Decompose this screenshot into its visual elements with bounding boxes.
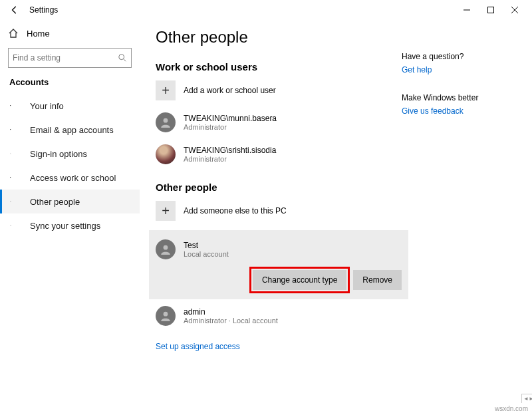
sidebar-item-label: Email & app accounts bbox=[30, 125, 114, 135]
user-role: Local account bbox=[184, 250, 229, 258]
avatar-icon bbox=[156, 239, 176, 259]
sidebar: Home Accounts Your info Email & app acco… bbox=[0, 20, 140, 415]
sidebar-item-label: Sign-in options bbox=[30, 149, 87, 159]
avatar-photo bbox=[156, 144, 176, 164]
svg-rect-14 bbox=[10, 178, 11, 178]
sidebar-item-other-people[interactable]: Other people bbox=[0, 190, 140, 213]
avatar-icon bbox=[156, 306, 176, 326]
sidebar-item-email[interactable]: Email & app accounts bbox=[0, 118, 140, 142]
add-someone-label: Add someone else to this PC bbox=[184, 206, 287, 215]
home-nav[interactable]: Home bbox=[0, 24, 140, 43]
user-name: admin bbox=[184, 307, 278, 317]
category-heading: Accounts bbox=[0, 77, 140, 94]
horizontal-scrollbar[interactable]: ◄► bbox=[521, 394, 532, 403]
feedback-heading: Make Windows better bbox=[402, 93, 515, 102]
svg-point-17 bbox=[164, 118, 168, 123]
section-heading-other: Other people bbox=[156, 182, 402, 193]
selected-user-card[interactable]: Test Local account Change account type R… bbox=[149, 230, 408, 299]
key-icon bbox=[10, 148, 21, 159]
maximize-button[interactable] bbox=[479, 1, 503, 19]
plus-icon: + bbox=[156, 201, 176, 221]
sidebar-item-signin[interactable]: Sign-in options bbox=[0, 142, 140, 166]
content: Other people Work or school users + Add … bbox=[156, 28, 402, 415]
user-role: Administrator · Local account bbox=[184, 317, 278, 325]
people-icon bbox=[10, 196, 21, 207]
plus-icon: + bbox=[156, 80, 176, 100]
sidebar-item-label: Other people bbox=[30, 197, 80, 207]
scroll-right-icon[interactable]: ► bbox=[529, 396, 532, 402]
svg-point-15 bbox=[10, 201, 11, 202]
add-someone-button[interactable]: + Add someone else to this PC bbox=[156, 201, 402, 221]
section-heading-work: Work or school users bbox=[156, 61, 402, 72]
sidebar-item-label: Sync your settings bbox=[30, 221, 100, 231]
sidebar-item-work-school[interactable]: Access work or school bbox=[0, 166, 140, 190]
svg-point-4 bbox=[119, 55, 124, 60]
svg-rect-6 bbox=[10, 105, 11, 106]
user-name: Test bbox=[184, 241, 229, 250]
mail-icon bbox=[10, 124, 21, 135]
change-account-type-button[interactable]: Change account type bbox=[253, 270, 346, 290]
svg-point-19 bbox=[164, 312, 168, 317]
user-row[interactable]: TWEAKING\srishti.sisodia Administrator bbox=[156, 142, 402, 167]
scroll-left-icon[interactable]: ◄ bbox=[523, 396, 529, 402]
get-help-link[interactable]: Get help bbox=[402, 65, 432, 74]
remove-button[interactable]: Remove bbox=[353, 270, 402, 290]
back-button[interactable] bbox=[5, 5, 24, 15]
briefcase-icon bbox=[10, 172, 21, 183]
avatar-icon bbox=[156, 112, 176, 132]
minimize-button[interactable] bbox=[455, 1, 479, 19]
home-label: Home bbox=[27, 29, 50, 39]
user-role: Administrator bbox=[184, 123, 277, 131]
svg-point-18 bbox=[164, 245, 168, 250]
add-work-user-label: Add a work or school user bbox=[184, 86, 276, 95]
page-title: Other people bbox=[156, 28, 402, 47]
user-row[interactable]: admin Administrator · Local account bbox=[156, 303, 402, 329]
user-name: TWEAKING\srishti.sisodia bbox=[184, 146, 276, 155]
assigned-access-link[interactable]: Set up assigned access bbox=[156, 342, 240, 351]
search-icon bbox=[118, 53, 127, 63]
search-box[interactable] bbox=[8, 48, 132, 68]
feedback-link[interactable]: Give us feedback bbox=[402, 106, 464, 116]
close-button[interactable] bbox=[503, 1, 527, 19]
sidebar-item-label: Your info bbox=[30, 101, 64, 111]
sidebar-item-your-info[interactable]: Your info bbox=[0, 94, 140, 118]
user-name: TWEAKING\munni.basera bbox=[184, 114, 277, 123]
window-title: Settings bbox=[29, 5, 58, 15]
help-sidebar: Have a question? Get help Make Windows b… bbox=[402, 28, 515, 415]
person-card-icon bbox=[10, 100, 21, 111]
user-row[interactable]: TWEAKING\munni.basera Administrator bbox=[156, 110, 402, 135]
add-work-user-button[interactable]: + Add a work or school user bbox=[156, 80, 402, 100]
titlebar: Settings bbox=[0, 0, 532, 20]
user-role: Administrator bbox=[184, 155, 276, 163]
sidebar-item-sync[interactable]: Sync your settings bbox=[0, 213, 140, 237]
help-heading: Have a question? bbox=[402, 52, 515, 61]
svg-rect-1 bbox=[488, 7, 494, 13]
watermark: wsxdn.com bbox=[495, 405, 528, 412]
sync-icon bbox=[10, 220, 21, 231]
svg-line-5 bbox=[124, 59, 126, 62]
sidebar-item-label: Access work or school bbox=[30, 173, 116, 183]
search-input[interactable] bbox=[13, 53, 118, 63]
